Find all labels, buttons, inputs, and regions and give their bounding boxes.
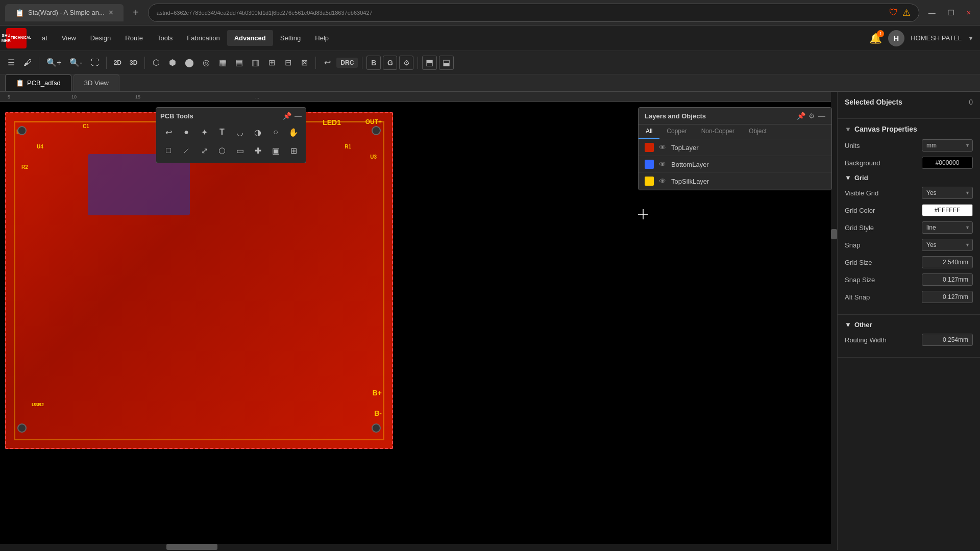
grid-color-label: Grid Color — [845, 207, 875, 214]
user-name: HOMESH PATEL — [911, 34, 962, 42]
tool-selection[interactable]: ⤢ — [196, 142, 212, 159]
toolbar-dist-btn[interactable]: ⊠ — [297, 56, 311, 70]
menu-item-advanced[interactable]: Advanced — [227, 30, 273, 46]
layers-pin-btn[interactable]: 📌 — [797, 112, 805, 120]
visible-grid-select[interactable]: Yes No — [922, 187, 973, 199]
toolbar-align5-btn[interactable]: ▦ — [215, 56, 230, 70]
tool-arc-half[interactable]: ◑ — [250, 124, 266, 140]
layer-row-bottomlayer: 👁 BottomLayer — [639, 156, 831, 173]
layers-min-btn[interactable]: — — [818, 112, 825, 120]
layers-settings-btn[interactable]: ⚙ — [808, 112, 815, 120]
layer-eye-bottomlayer[interactable]: 👁 — [659, 160, 666, 168]
pcb-tools-min-btn[interactable]: — — [295, 112, 302, 120]
pcb-tools-controls: 📌 — — [283, 112, 302, 120]
toolbar-align6-btn[interactable]: ▤ — [232, 56, 246, 70]
menu-item-view[interactable]: View — [55, 30, 83, 46]
menu-item-fabrication[interactable]: Fabrication — [180, 30, 227, 46]
tab-3d[interactable]: 3D View — [74, 74, 119, 91]
layer-eye-toplayer[interactable]: 👁 — [659, 143, 666, 152]
routing-width-input[interactable] — [922, 334, 973, 346]
snap-size-row: Snap Size — [845, 273, 973, 286]
alt-snap-input[interactable] — [922, 291, 973, 303]
tool-crosshair[interactable]: ✚ — [250, 142, 266, 159]
tool-via[interactable]: ✦ — [196, 124, 212, 140]
toolbar-export-btn[interactable]: ⬒ — [422, 56, 437, 70]
menu-item-route[interactable]: Route — [118, 30, 150, 46]
user-dropdown-icon[interactable]: ▼ — [968, 35, 974, 42]
tool-line[interactable]: □ — [160, 142, 177, 159]
url-bar[interactable]: astrid=6362c7783ed3494ea2dd74b0300fd1d1|… — [148, 4, 919, 22]
fit-btn[interactable]: ⛶ — [88, 56, 102, 70]
units-select[interactable]: mm — [922, 139, 973, 152]
toolbar-align2-btn[interactable]: ⬢ — [165, 56, 180, 70]
layers-tab-all[interactable]: All — [639, 124, 659, 139]
toolbar-align8-btn[interactable]: ⊞ — [264, 56, 279, 70]
toolbar-undo-btn[interactable]: ↩ — [320, 56, 334, 70]
notification-bell[interactable]: 🔔 1 — [869, 32, 882, 44]
toolbar-align9-btn[interactable]: ⊟ — [281, 56, 295, 70]
layers-tab-object[interactable]: Object — [742, 124, 774, 139]
layers-panel-title: Layers and Objects — [645, 112, 706, 120]
toolbar-sep-6 — [418, 57, 418, 69]
toolbar-menu-btn[interactable]: ☰ — [4, 56, 18, 70]
tool-rect[interactable]: ▭ — [232, 142, 248, 159]
toolbar-paint-btn[interactable]: 🖌 — [20, 56, 35, 70]
close-button[interactable]: × — [963, 7, 975, 19]
tool-text[interactable]: T — [214, 124, 230, 140]
tool-route[interactable]: ↩ — [160, 124, 177, 140]
toolbar-align7-btn[interactable]: ▥ — [248, 56, 262, 70]
tool-polygon[interactable]: ⬡ — [214, 142, 230, 159]
menu-item-setting[interactable]: Setting — [273, 30, 308, 46]
background-swatch[interactable]: #000000 — [922, 157, 973, 169]
pcb-tools-pin-btn[interactable]: 📌 — [283, 112, 291, 120]
tool-circle[interactable]: ○ — [267, 124, 284, 140]
toolbar-b-btn[interactable]: B — [366, 56, 381, 70]
toolbar-2d-label[interactable]: 2D — [111, 58, 125, 67]
vertical-scrollbar-thumb[interactable] — [831, 229, 837, 239]
menu-item-help[interactable]: Help — [308, 30, 336, 46]
zoom-out-btn[interactable]: 🔍- — [66, 56, 85, 70]
menu-item-tools[interactable]: Tools — [150, 30, 180, 46]
toolbar-3d-label[interactable]: 3D — [127, 58, 140, 67]
toolbar-g-btn[interactable]: G — [383, 56, 397, 70]
horizontal-scrollbar-thumb[interactable] — [166, 544, 217, 550]
layers-tab-noncopper[interactable]: Non-Copper — [694, 124, 742, 139]
zoom-in-btn[interactable]: 🔍+ — [43, 56, 64, 70]
maximize-button[interactable]: ❐ — [944, 7, 959, 19]
tool-group[interactable]: ⊞ — [285, 142, 302, 159]
grid-style-select[interactable]: line dot — [922, 221, 973, 234]
horizontal-scrollbar-track[interactable] — [0, 544, 831, 550]
snap-size-input[interactable] — [922, 273, 973, 286]
menu-item-design[interactable]: Design — [83, 30, 118, 46]
toolbar-layers-btn[interactable]: ⬓ — [439, 56, 454, 70]
tool-diagonal[interactable]: ⟋ — [178, 142, 194, 159]
drc-label[interactable]: DRC — [336, 58, 358, 68]
grid-color-swatch[interactable]: #FFFFFF — [922, 204, 973, 216]
new-tab-button[interactable]: + — [129, 5, 143, 20]
tools-grid-row1: ↩ ● ✦ T ◡ ◑ ○ ✋ — [160, 124, 302, 140]
toolbar-settings-btn[interactable]: ⚙ — [399, 56, 413, 70]
snap-select[interactable]: Yes No — [922, 239, 973, 251]
grid-size-input[interactable] — [922, 256, 973, 268]
tool-arc[interactable]: ◡ — [232, 124, 248, 140]
canvas-area[interactable]: 5 10 15 ... IN+ R2 U4 C1 LED1 OUT+ U3 R1… — [0, 92, 837, 550]
canvas-properties-section: ▼ Canvas Properties Units mm Background … — [838, 119, 980, 315]
units-label: Units — [845, 142, 860, 149]
layers-tab-copper[interactable]: Copper — [659, 124, 694, 139]
layer-color-topsilk — [645, 177, 654, 186]
tool-square[interactable]: ▣ — [267, 142, 284, 159]
selected-objects-header: Selected Objects 0 — [845, 98, 973, 106]
layer-eye-topsilk[interactable]: 👁 — [659, 177, 666, 185]
toolbar-align3-btn[interactable]: ⬤ — [182, 56, 197, 70]
tab-pcb[interactable]: 📋 PCB_adfsd — [5, 74, 71, 91]
browser-tab[interactable]: 📋 Sta(Ward) - A Simple an... × — [5, 4, 124, 21]
tool-circle-solid[interactable]: ● — [178, 124, 194, 140]
minimize-button[interactable]: — — [924, 7, 940, 19]
grid-size-row: Grid Size — [845, 256, 973, 268]
toolbar-align4-btn[interactable]: ◎ — [199, 56, 213, 70]
toolbar-align1-btn[interactable]: ⬡ — [149, 56, 163, 70]
tool-pan[interactable]: ✋ — [285, 124, 302, 140]
browser-chrome: 📋 Sta(Ward) - A Simple an... × + astrid=… — [0, 0, 980, 26]
menu-item-at[interactable]: at — [35, 30, 55, 46]
browser-tab-close[interactable]: × — [109, 8, 113, 17]
